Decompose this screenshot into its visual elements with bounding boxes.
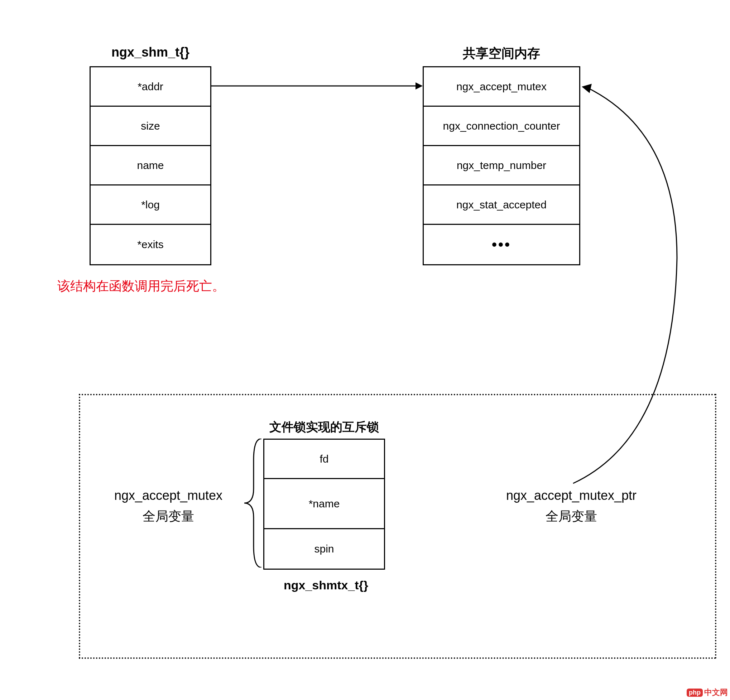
watermark-text: 中文网 bbox=[704, 687, 728, 698]
watermark: php 中文网 bbox=[687, 687, 728, 698]
shm-cell-name: name bbox=[91, 146, 210, 185]
watermark-logo: php bbox=[687, 688, 703, 697]
arrow-ptr-to-mutex bbox=[566, 79, 716, 490]
svg-marker-2 bbox=[582, 84, 592, 93]
mutex-struct-box: fd *name spin bbox=[263, 439, 385, 570]
shared-cell-counter: ngx_connection_counter bbox=[424, 107, 579, 146]
shm-cell-size: size bbox=[91, 107, 210, 146]
shared-cell-temp: ngx_temp_number bbox=[424, 146, 579, 185]
shared-cell-dots: ••• bbox=[424, 225, 579, 264]
accept-mutex-ptr-label-line2: 全局变量 bbox=[492, 506, 650, 527]
arrow-addr-to-shared bbox=[211, 77, 426, 98]
shm-cell-exits: *exits bbox=[91, 225, 210, 264]
shm-cell-log: *log bbox=[91, 185, 210, 225]
mutex-struct-title: 文件锁实现的互斥锁 bbox=[263, 419, 385, 435]
shm-struct-box: *addr size name *log *exits bbox=[89, 66, 211, 265]
shm-struct-title: ngx_shm_t{} bbox=[104, 45, 197, 60]
mutex-cell-name: *name bbox=[264, 479, 384, 529]
shared-cell-mutex: ngx_accept_mutex bbox=[424, 67, 579, 107]
mutex-cell-spin: spin bbox=[264, 529, 384, 569]
shm-cell-addr: *addr bbox=[91, 67, 210, 107]
mutex-struct-footer: ngx_shmtx_t{} bbox=[279, 578, 372, 592]
curly-brace-icon bbox=[244, 439, 263, 567]
shared-mem-title: 共享空间内存 bbox=[455, 45, 548, 62]
accept-mutex-label-line2: 全局变量 bbox=[100, 506, 237, 527]
svg-marker-1 bbox=[416, 82, 423, 89]
shared-cell-stat: ngx_stat_accepted bbox=[424, 185, 579, 225]
accept-mutex-ptr-label: ngx_accept_mutex_ptr 全局变量 bbox=[492, 485, 650, 526]
accept-mutex-label-line1: ngx_accept_mutex bbox=[100, 485, 237, 506]
struct-lifetime-note: 该结构在函数调用完后死亡。 bbox=[57, 277, 225, 295]
accept-mutex-label: ngx_accept_mutex 全局变量 bbox=[100, 485, 237, 526]
shared-mem-box: ngx_accept_mutex ngx_connection_counter … bbox=[423, 66, 580, 265]
mutex-cell-fd: fd bbox=[264, 440, 384, 479]
